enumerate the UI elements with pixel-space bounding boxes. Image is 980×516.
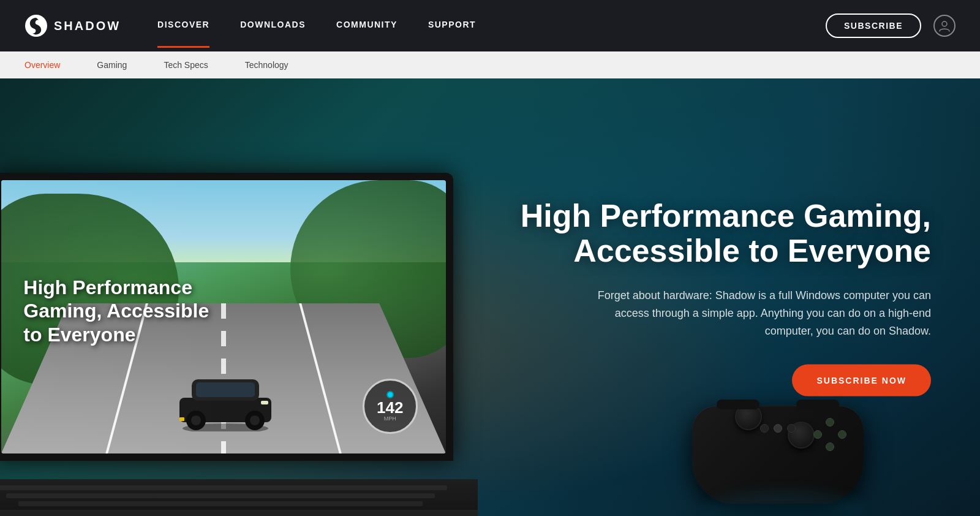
hero-section: High Performance Gaming, Accessible to E… [0, 78, 980, 516]
subnav-overview[interactable]: Overview [24, 58, 60, 72]
subnav-tech-specs[interactable]: Tech Specs [164, 58, 208, 72]
gamepad-right-bumper [796, 400, 839, 409]
gamepad-center-buttons [760, 424, 796, 433]
gamepad-x-btn [813, 430, 822, 439]
nav-link-downloads[interactable]: DOWNLOADS [240, 20, 306, 32]
gamepad-body [692, 406, 864, 504]
nav-link-discover[interactable]: DISCOVER [157, 20, 209, 32]
hero-title: High Performance Gaming, Accessible to E… [502, 199, 931, 268]
speedometer: 142 MPH [363, 379, 424, 440]
gamepad-start-btn [787, 424, 796, 433]
laptop-screen-bezel: High Performance Gaming, Accessible to E… [0, 173, 453, 461]
subscribe-button[interactable]: SUBSCRIBE [826, 13, 921, 38]
gamepad-a-btn [826, 442, 834, 451]
gamepad-home-btn [774, 424, 782, 433]
gamepad-b-btn [838, 430, 846, 439]
logo[interactable]: SHADOW [24, 14, 121, 37]
person-icon [938, 19, 951, 32]
subnav-gaming[interactable]: Gaming [97, 58, 127, 72]
gamepad-select-btn [760, 424, 769, 433]
laptop-keyboard [0, 479, 478, 510]
nav-link-support[interactable]: SUPPORT [428, 20, 476, 32]
nav-link-community[interactable]: COMMUNITY [336, 20, 398, 32]
nav-right: SUBSCRIBE [826, 13, 956, 38]
keyboard-keys [0, 482, 453, 510]
svg-rect-13 [6, 493, 435, 498]
laptop-base [0, 510, 478, 516]
gamepad-y-btn [826, 418, 834, 427]
gamepad-left-bumper [717, 400, 760, 409]
nav-links: DISCOVER DOWNLOADS COMMUNITY SUPPORT [157, 20, 826, 32]
laptop-mockup: High Performance Gaming, Accessible to E… [0, 173, 478, 516]
svg-rect-12 [0, 485, 447, 490]
svg-point-1 [942, 21, 947, 26]
hero-subtitle: Forget about hardware: Shadow is a full … [588, 287, 931, 340]
user-account-icon[interactable] [933, 15, 956, 37]
shadow-logo-icon [24, 14, 48, 37]
laptop-overlay-heading: High Performance Gaming, Accessible to E… [23, 276, 232, 346]
subnav-technology[interactable]: Technology [245, 58, 288, 72]
laptop-screen: High Performance Gaming, Accessible to E… [1, 180, 446, 453]
main-nav: SHADOW DISCOVER DOWNLOADS COMMUNITY SUPP… [0, 0, 980, 51]
gamepad-face-buttons [813, 418, 846, 451]
speed-value: 142 [377, 400, 403, 415]
speedo-indicator [386, 391, 394, 398]
svg-rect-14 [18, 501, 423, 506]
hero-cta-button[interactable]: SUBSCRIBE NOW [792, 364, 931, 396]
hero-text-content: High Performance Gaming, Accessible to E… [502, 199, 931, 396]
sub-nav: Overview Gaming Tech Specs Technology [0, 51, 980, 78]
speed-unit: MPH [384, 415, 396, 422]
laptop-device: High Performance Gaming, Accessible to E… [0, 173, 478, 516]
brand-name: SHADOW [54, 19, 121, 33]
